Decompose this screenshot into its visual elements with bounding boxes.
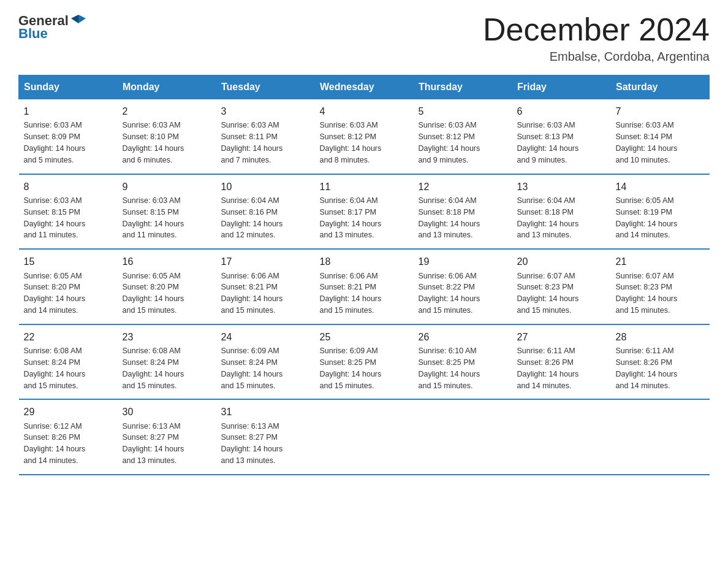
day-info: Sunrise: 6:03 AMSunset: 8:10 PMDaylight:… <box>123 121 184 164</box>
day-number: 23 <box>123 330 211 344</box>
calendar-cell: 13Sunrise: 6:04 AMSunset: 8:18 PMDayligh… <box>512 174 611 250</box>
column-header-tuesday: Tuesday <box>216 75 315 99</box>
calendar-cell: 31Sunrise: 6:13 AMSunset: 8:27 PMDayligh… <box>216 399 315 475</box>
svg-marker-0 <box>78 15 86 23</box>
day-number: 8 <box>24 180 113 194</box>
day-info: Sunrise: 6:09 AMSunset: 8:24 PMDaylight:… <box>221 347 283 390</box>
day-number: 24 <box>221 330 310 344</box>
calendar-cell: 29Sunrise: 6:12 AMSunset: 8:26 PMDayligh… <box>19 399 118 475</box>
calendar-cell: 22Sunrise: 6:08 AMSunset: 8:24 PMDayligh… <box>19 324 118 400</box>
calendar-cell <box>414 399 512 475</box>
day-number: 25 <box>320 330 409 344</box>
calendar-cell: 18Sunrise: 6:06 AMSunset: 8:21 PMDayligh… <box>315 249 414 324</box>
day-number: 26 <box>419 330 507 344</box>
calendar-cell: 27Sunrise: 6:11 AMSunset: 8:26 PMDayligh… <box>512 324 611 400</box>
logo-blue-text: Blue <box>18 26 48 42</box>
calendar-cell: 26Sunrise: 6:10 AMSunset: 8:25 PMDayligh… <box>414 324 512 400</box>
day-info: Sunrise: 6:04 AMSunset: 8:18 PMDaylight:… <box>517 196 579 240</box>
calendar-cell: 11Sunrise: 6:04 AMSunset: 8:17 PMDayligh… <box>315 174 414 250</box>
calendar-cell: 12Sunrise: 6:04 AMSunset: 8:18 PMDayligh… <box>414 174 512 250</box>
calendar-cell: 4Sunrise: 6:03 AMSunset: 8:12 PMDaylight… <box>315 99 414 174</box>
day-info: Sunrise: 6:05 AMSunset: 8:20 PMDaylight:… <box>123 272 184 315</box>
day-number: 14 <box>616 180 705 194</box>
calendar-cell: 19Sunrise: 6:06 AMSunset: 8:22 PMDayligh… <box>414 249 512 324</box>
calendar-cell: 1Sunrise: 6:03 AMSunset: 8:09 PMDaylight… <box>19 99 118 174</box>
calendar-cell: 20Sunrise: 6:07 AMSunset: 8:23 PMDayligh… <box>512 249 611 324</box>
day-number: 22 <box>24 330 113 344</box>
day-info: Sunrise: 6:04 AMSunset: 8:17 PMDaylight:… <box>320 196 382 240</box>
svg-marker-1 <box>71 15 78 23</box>
calendar-cell: 25Sunrise: 6:09 AMSunset: 8:25 PMDayligh… <box>315 324 414 400</box>
day-number: 17 <box>221 255 310 269</box>
day-info: Sunrise: 6:03 AMSunset: 8:13 PMDaylight:… <box>517 121 579 164</box>
day-info: Sunrise: 6:11 AMSunset: 8:26 PMDaylight:… <box>517 347 579 390</box>
day-number: 3 <box>221 104 310 118</box>
calendar-cell: 23Sunrise: 6:08 AMSunset: 8:24 PMDayligh… <box>118 324 216 400</box>
day-info: Sunrise: 6:12 AMSunset: 8:26 PMDaylight:… <box>24 422 86 465</box>
calendar-cell <box>512 399 611 475</box>
day-info: Sunrise: 6:09 AMSunset: 8:25 PMDaylight:… <box>320 347 382 390</box>
day-number: 31 <box>221 405 310 419</box>
day-number: 19 <box>419 255 507 269</box>
calendar-week-row: 1Sunrise: 6:03 AMSunset: 8:09 PMDaylight… <box>19 99 710 174</box>
column-header-thursday: Thursday <box>414 75 512 99</box>
day-info: Sunrise: 6:03 AMSunset: 8:15 PMDaylight:… <box>123 196 184 240</box>
calendar-cell: 9Sunrise: 6:03 AMSunset: 8:15 PMDaylight… <box>118 174 216 250</box>
day-info: Sunrise: 6:04 AMSunset: 8:16 PMDaylight:… <box>221 196 283 240</box>
calendar-cell: 16Sunrise: 6:05 AMSunset: 8:20 PMDayligh… <box>118 249 216 324</box>
day-info: Sunrise: 6:10 AMSunset: 8:25 PMDaylight:… <box>419 347 480 390</box>
day-info: Sunrise: 6:06 AMSunset: 8:21 PMDaylight:… <box>320 272 382 315</box>
day-number: 9 <box>123 180 211 194</box>
day-number: 6 <box>517 104 606 118</box>
day-number: 12 <box>419 180 507 194</box>
day-number: 10 <box>221 180 310 194</box>
day-number: 18 <box>320 255 409 269</box>
day-number: 2 <box>123 104 211 118</box>
calendar-cell: 6Sunrise: 6:03 AMSunset: 8:13 PMDaylight… <box>512 99 611 174</box>
column-header-saturday: Saturday <box>611 75 710 99</box>
day-info: Sunrise: 6:07 AMSunset: 8:23 PMDaylight:… <box>616 272 678 315</box>
calendar-cell: 14Sunrise: 6:05 AMSunset: 8:19 PMDayligh… <box>611 174 710 250</box>
day-info: Sunrise: 6:06 AMSunset: 8:21 PMDaylight:… <box>221 272 283 315</box>
column-header-friday: Friday <box>512 75 611 99</box>
day-number: 20 <box>517 255 606 269</box>
day-info: Sunrise: 6:03 AMSunset: 8:15 PMDaylight:… <box>24 196 86 240</box>
calendar-table: SundayMondayTuesdayWednesdayThursdayFrid… <box>18 75 710 475</box>
day-number: 29 <box>24 405 113 419</box>
day-info: Sunrise: 6:03 AMSunset: 8:14 PMDaylight:… <box>616 121 678 164</box>
calendar-cell <box>315 399 414 475</box>
title-block: December 2024 Embalse, Cordoba, Argentin… <box>483 12 710 64</box>
day-number: 16 <box>123 255 211 269</box>
day-info: Sunrise: 6:13 AMSunset: 8:27 PMDaylight:… <box>221 422 283 465</box>
calendar-title: December 2024 <box>483 12 710 47</box>
day-number: 13 <box>517 180 606 194</box>
calendar-cell: 8Sunrise: 6:03 AMSunset: 8:15 PMDaylight… <box>19 174 118 250</box>
day-info: Sunrise: 6:07 AMSunset: 8:23 PMDaylight:… <box>517 272 579 315</box>
day-number: 27 <box>517 330 606 344</box>
logo: General Blue <box>18 12 87 42</box>
calendar-cell <box>611 399 710 475</box>
calendar-cell: 24Sunrise: 6:09 AMSunset: 8:24 PMDayligh… <box>216 324 315 400</box>
day-number: 5 <box>419 104 507 118</box>
calendar-cell: 5Sunrise: 6:03 AMSunset: 8:12 PMDaylight… <box>414 99 512 174</box>
day-info: Sunrise: 6:11 AMSunset: 8:26 PMDaylight:… <box>616 347 678 390</box>
day-info: Sunrise: 6:03 AMSunset: 8:12 PMDaylight:… <box>320 121 382 164</box>
day-info: Sunrise: 6:08 AMSunset: 8:24 PMDaylight:… <box>123 347 184 390</box>
calendar-cell: 21Sunrise: 6:07 AMSunset: 8:23 PMDayligh… <box>611 249 710 324</box>
day-info: Sunrise: 6:08 AMSunset: 8:24 PMDaylight:… <box>24 347 86 390</box>
day-number: 4 <box>320 104 409 118</box>
column-header-monday: Monday <box>118 75 216 99</box>
calendar-cell: 15Sunrise: 6:05 AMSunset: 8:20 PMDayligh… <box>19 249 118 324</box>
day-number: 28 <box>616 330 705 344</box>
calendar-header-row: SundayMondayTuesdayWednesdayThursdayFrid… <box>19 75 710 99</box>
column-header-sunday: Sunday <box>19 75 118 99</box>
day-info: Sunrise: 6:04 AMSunset: 8:18 PMDaylight:… <box>419 196 480 240</box>
calendar-cell: 17Sunrise: 6:06 AMSunset: 8:21 PMDayligh… <box>216 249 315 324</box>
calendar-cell: 2Sunrise: 6:03 AMSunset: 8:10 PMDaylight… <box>118 99 216 174</box>
day-info: Sunrise: 6:06 AMSunset: 8:22 PMDaylight:… <box>419 272 480 315</box>
day-number: 15 <box>24 255 113 269</box>
page-header: General Blue December 2024 Embalse, Cord… <box>18 12 710 64</box>
calendar-week-row: 15Sunrise: 6:05 AMSunset: 8:20 PMDayligh… <box>19 249 710 324</box>
column-header-wednesday: Wednesday <box>315 75 414 99</box>
day-info: Sunrise: 6:05 AMSunset: 8:19 PMDaylight:… <box>616 196 678 240</box>
